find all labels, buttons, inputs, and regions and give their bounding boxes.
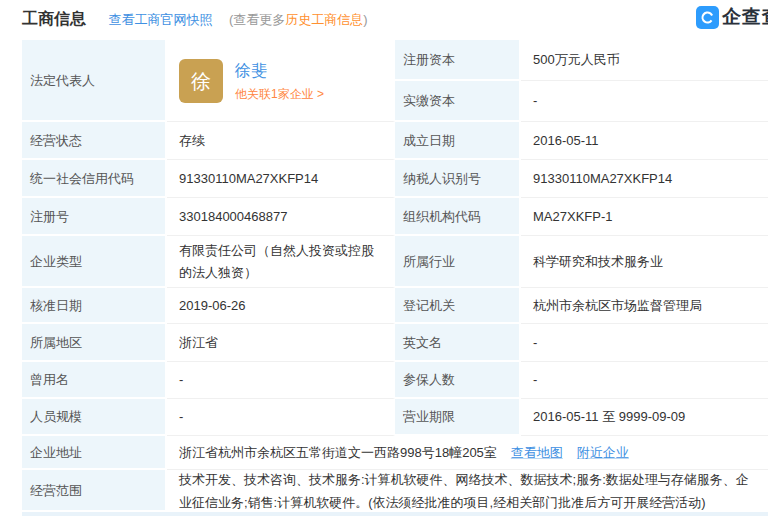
row-value: - — [167, 362, 395, 399]
row-label: 统一社会信用代码 — [22, 160, 167, 198]
paid-capital-label: 实缴资本 — [395, 81, 521, 122]
table-row: 所属地区 浙江省 英文名 - — [22, 324, 768, 362]
legal-rep-name-link[interactable]: 徐斐 — [235, 61, 324, 81]
table-row: 曾用名 - 参保人数 - — [22, 362, 768, 399]
row-value: 存续 — [167, 122, 395, 160]
more-history-text: (查看更多历史工商信息) — [229, 11, 368, 29]
row-label: 参保人数 — [395, 362, 521, 399]
row-value: 浙江省 — [167, 324, 395, 362]
row-value: 2019-06-26 — [167, 288, 395, 324]
legal-rep-info: 徐斐 他关联1家企业 > — [235, 61, 324, 101]
row-label: 所属地区 — [22, 324, 167, 362]
row-value: MA27XKFP-1 — [521, 198, 768, 236]
table-row-scope: 经营范围 技术开发、技术咨询、技术服务:计算机软硬件、网络技术、数据技术;服务:… — [22, 470, 768, 512]
row-label: 所属行业 — [395, 236, 521, 288]
row-label: 注册号 — [22, 198, 167, 236]
address-cell: 浙江省杭州市余杭区五常街道文一西路998号18幢205室 查看地图 附近企业 — [167, 436, 768, 470]
capital-stack: 注册资本 500万元人民币 实缴资本 - — [395, 40, 768, 122]
address-value: 浙江省杭州市余杭区五常街道文一西路998号18幢205室 — [179, 442, 497, 464]
address-label: 企业地址 — [22, 436, 167, 470]
scope-label: 经营范围 — [22, 470, 167, 512]
table-row: 经营状态 存续 成立日期 2016-05-11 — [22, 122, 768, 160]
table-row-address: 企业地址 浙江省杭州市余杭区五常街道文一西路998号18幢205室 查看地图 附… — [22, 436, 768, 470]
paid-capital-value: - — [521, 81, 768, 122]
row-value: 330184000468877 — [167, 198, 395, 236]
table-subrow: 实缴资本 - — [395, 81, 768, 122]
row-value: 2016-05-11 至 9999-09-09 — [521, 399, 768, 436]
row-label: 英文名 — [395, 324, 521, 362]
section-header: 工商信息 查看工商官网快照 (查看更多历史工商信息) 企查查 — [0, 0, 768, 38]
row-value: - — [521, 324, 768, 362]
row-label: 核准日期 — [22, 288, 167, 324]
row-value: 91330110MA27XKFP14 — [167, 160, 395, 198]
official-snapshot-link[interactable]: 查看工商官网快照 — [108, 11, 212, 29]
reg-capital-value: 500万元人民币 — [521, 40, 768, 81]
row-value: - — [521, 362, 768, 399]
history-info-link[interactable]: 历史工商信息 — [285, 12, 363, 27]
nearby-companies-link[interactable]: 附近企业 — [577, 442, 629, 464]
table-row: 统一社会信用代码 91330110MA27XKFP14 纳税人识别号 91330… — [22, 160, 768, 198]
table-row: 人员规模 - 营业期限 2016-05-11 至 9999-09-09 — [22, 399, 768, 436]
row-label: 企业类型 — [22, 236, 167, 288]
row-label: 营业期限 — [395, 399, 521, 436]
row-value: 2016-05-11 — [521, 122, 768, 160]
row-label: 人员规模 — [22, 399, 167, 436]
qichacha-logo[interactable]: 企查查 — [696, 4, 768, 30]
table-row: 核准日期 2019-06-26 登记机关 杭州市余杭区市场监督管理局 — [22, 288, 768, 324]
table-subrow: 注册资本 500万元人民币 — [395, 40, 768, 81]
business-info-page: 工商信息 查看工商官网快照 (查看更多历史工商信息) 企查查 法定代表人 徐 徐… — [0, 0, 768, 516]
legal-rep-avatar[interactable]: 徐 — [179, 59, 223, 103]
row-label: 成立日期 — [395, 122, 521, 160]
table-row: 注册号 330184000468877 组织机构代码 MA27XKFP-1 — [22, 198, 768, 236]
more-prefix: (查看更多 — [229, 12, 285, 27]
business-info-table: 法定代表人 徐 徐斐 他关联1家企业 > 注册资本 500万元人民币 实缴资本 … — [22, 40, 768, 516]
row-value: 有限责任公司（自然人投资或控股的法人独资） — [167, 236, 395, 288]
reg-capital-label: 注册资本 — [395, 40, 521, 81]
view-map-link[interactable]: 查看地图 — [511, 442, 563, 464]
row-label: 组织机构代码 — [395, 198, 521, 236]
legal-rep-related-link[interactable]: 他关联1家企业 > — [235, 87, 324, 101]
table-row: 企业类型 有限责任公司（自然人投资或控股的法人独资） 所属行业 科学研究和技术服… — [22, 236, 768, 288]
row-value: 杭州市余杭区市场监督管理局 — [521, 288, 768, 324]
row-value: - — [167, 399, 395, 436]
row-label: 纳税人识别号 — [395, 160, 521, 198]
row-value: 科学研究和技术服务业 — [521, 236, 768, 288]
page-title: 工商信息 — [22, 9, 86, 30]
row-value: 91330110MA27XKFP14 — [521, 160, 768, 198]
legal-rep-label: 法定代表人 — [22, 40, 167, 122]
row-label: 曾用名 — [22, 362, 167, 399]
row-label: 登记机关 — [395, 288, 521, 324]
row-label: 经营状态 — [22, 122, 167, 160]
table-row: 法定代表人 徐 徐斐 他关联1家企业 > 注册资本 500万元人民币 实缴资本 … — [22, 40, 768, 122]
qichacha-logo-icon — [696, 6, 719, 29]
qichacha-logo-text: 企查查 — [722, 4, 768, 30]
scope-value: 技术开发、技术咨询、技术服务:计算机软硬件、网络技术、数据技术;服务:数据处理与… — [167, 470, 768, 512]
more-suffix: ) — [363, 12, 367, 27]
legal-rep-cell: 徐 徐斐 他关联1家企业 > — [167, 40, 395, 122]
